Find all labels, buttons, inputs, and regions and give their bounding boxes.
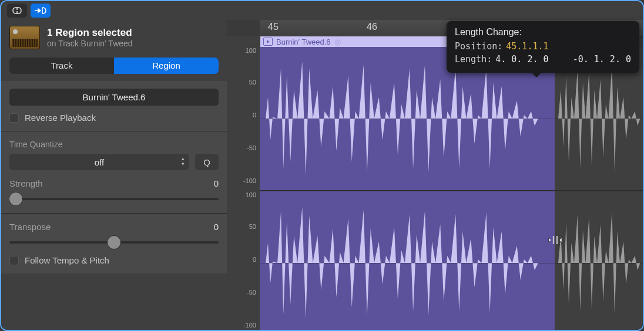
tooltip-length-value: 4. 0. 2. 0 bbox=[495, 53, 548, 66]
audio-editor: 45 46 47 Burnin' Tweed.6 ◎ 100 50 0 -50 … bbox=[227, 20, 643, 330]
time-quantize-value: off bbox=[95, 157, 104, 167]
catch-playhead-button[interactable] bbox=[31, 4, 51, 18]
waveform-selected-region[interactable] bbox=[260, 191, 555, 331]
tooltip-position-label: Position: bbox=[455, 40, 502, 53]
tooltip-title: Length Change: bbox=[455, 27, 631, 38]
tooltip-length-label: Length: bbox=[455, 53, 492, 66]
checkbox-icon bbox=[9, 256, 19, 265]
tab-region[interactable]: Region bbox=[114, 58, 219, 74]
region-name-field[interactable]: Burnin' Tweed.6 bbox=[9, 89, 219, 106]
strength-value: 0 bbox=[214, 178, 219, 188]
cycle-icon bbox=[11, 6, 24, 15]
amplitude-gutter: 100 50 0 -50 -100 100 50 0 -50 -100 bbox=[227, 36, 260, 330]
tooltip-position-value: 45.1.1.1 bbox=[506, 40, 548, 53]
inspector-tabs: Track Region bbox=[9, 58, 219, 74]
strength-slider[interactable] bbox=[9, 193, 219, 205]
stereo-icon: ◎ bbox=[334, 38, 341, 46]
waveform-right-channel-trimmed bbox=[555, 191, 643, 331]
transpose-label: Transpose bbox=[9, 222, 51, 232]
reverse-playback-label: Reverse Playback bbox=[25, 113, 96, 123]
quantize-button[interactable]: Q bbox=[195, 154, 219, 170]
cycle-mode-button[interactable] bbox=[7, 4, 27, 18]
tooltip-delta-value: -0. 1. 2. 0 bbox=[573, 53, 631, 66]
follow-tempo-pitch-label: Follow Tempo & Pitch bbox=[25, 255, 109, 265]
time-quantize-heading: Time Quantize bbox=[9, 140, 219, 149]
ruler-tick: 46 bbox=[367, 22, 377, 32]
inspector-title: 1 Region selected bbox=[47, 27, 133, 39]
transpose-value: 0 bbox=[214, 222, 219, 232]
follow-tempo-pitch-checkbox[interactable]: Follow Tempo & Pitch bbox=[9, 255, 219, 265]
waveform-trimmed-region[interactable] bbox=[555, 191, 643, 331]
ruler-tick: 45 bbox=[268, 22, 279, 32]
waveform-right-channel bbox=[260, 191, 555, 331]
track-icon-thumbnail bbox=[9, 26, 40, 49]
tab-track[interactable]: Track bbox=[9, 58, 114, 74]
editor-toolbar bbox=[1, 1, 643, 20]
strength-label: Strength bbox=[9, 178, 43, 188]
resize-cursor-icon bbox=[548, 235, 562, 245]
transpose-slider[interactable] bbox=[9, 237, 219, 248]
chevron-updown-icon: ▴▾ bbox=[182, 156, 185, 167]
time-quantize-select[interactable]: off ▴▾ bbox=[9, 154, 189, 170]
catch-playhead-icon bbox=[33, 6, 48, 15]
region-resize-handle[interactable] bbox=[548, 235, 562, 245]
region-header-name: Burnin' Tweed.6 bbox=[276, 38, 331, 46]
checkbox-icon bbox=[9, 113, 19, 123]
waveform-area[interactable] bbox=[260, 47, 643, 330]
inspector-subtitle: on Track Burnin' Tweed bbox=[47, 39, 133, 48]
length-change-tooltip: Length Change: Position: 45.1.1.1 Length… bbox=[447, 21, 639, 73]
region-play-icon[interactable] bbox=[263, 38, 273, 46]
region-inspector: 1 Region selected on Track Burnin' Tweed… bbox=[1, 20, 227, 330]
reverse-playback-checkbox[interactable]: Reverse Playback bbox=[9, 113, 219, 123]
